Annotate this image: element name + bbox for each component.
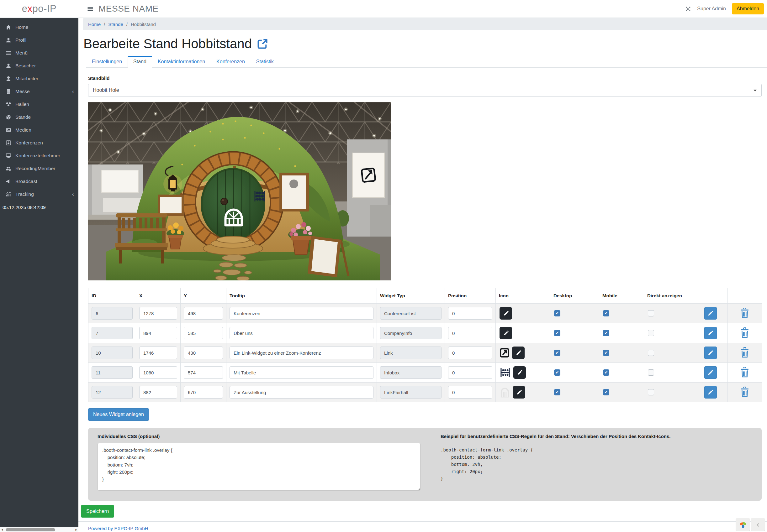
delete-widget-button[interactable] (740, 327, 749, 338)
breadcrumb: Home Stände Hobbitstand (83, 18, 767, 30)
scrollbar-thumb[interactable] (6, 528, 55, 531)
table-row (88, 383, 762, 402)
delete-widget-button[interactable] (740, 367, 749, 378)
standbild-select[interactable]: Hoobit Hole (88, 84, 762, 97)
column-header: Tooltip (227, 288, 377, 304)
sidebar-item[interactable]: RecordingMember ‹ (0, 162, 78, 175)
x-input[interactable] (139, 386, 177, 399)
y-input[interactable] (184, 307, 223, 320)
breadcrumb-item[interactable]: Hobbitstand (123, 22, 156, 27)
menu-toggle-icon[interactable] (87, 5, 94, 12)
direkt-anzeigen-checkbox[interactable] (648, 350, 654, 356)
horizontal-scrollbar[interactable]: ◂ ▸ (0, 527, 78, 532)
edit-widget-button[interactable] (704, 366, 717, 379)
tooltip-input[interactable] (230, 366, 373, 379)
position-input[interactable] (448, 347, 492, 359)
new-widget-button[interactable]: Neues Widget anlegen (88, 408, 149, 421)
position-input[interactable] (448, 366, 492, 379)
direkt-anzeigen-checkbox[interactable] (648, 310, 654, 316)
chat-collapse-button[interactable] (751, 519, 765, 531)
mobile-checkbox[interactable] (603, 369, 609, 376)
position-input[interactable] (448, 327, 492, 339)
chat-launcher-button[interactable] (736, 519, 750, 531)
delete-widget-button[interactable] (740, 308, 749, 318)
tooltip-input[interactable] (230, 347, 373, 359)
tooltip-input[interactable] (230, 327, 373, 339)
id-input (91, 366, 133, 379)
edit-widget-button[interactable] (704, 347, 717, 359)
direkt-anzeigen-checkbox[interactable] (648, 369, 654, 376)
desktop-checkbox[interactable] (554, 350, 560, 356)
powered-by-link[interactable]: Powered by EXPO-IP GmbH (88, 526, 148, 531)
x-input[interactable] (139, 327, 177, 339)
delete-widget-button[interactable] (740, 347, 749, 358)
fullscreen-icon[interactable] (685, 6, 691, 12)
pencil-icon[interactable] (513, 386, 525, 399)
sidebar-item[interactable]: Messe ‹ (0, 85, 78, 98)
sidebar-item[interactable]: Stände ‹ (0, 111, 78, 123)
desktop-checkbox[interactable] (554, 310, 560, 316)
edit-widget-button[interactable] (704, 386, 717, 399)
sidebar-item-label: RecordingMember (15, 166, 55, 171)
logout-button[interactable]: Abmelden (732, 3, 764, 14)
desktop-checkbox[interactable] (554, 389, 560, 395)
pencil-icon[interactable] (513, 366, 526, 379)
open-stand-external-link-icon[interactable] (257, 38, 268, 50)
sidebar-item[interactable]: Profil ‹ (0, 34, 78, 46)
pencil-icon[interactable] (499, 307, 512, 320)
sidebar-item-label: Broadcast (15, 179, 37, 184)
x-input[interactable] (139, 366, 177, 379)
users-gear-icon (4, 166, 13, 171)
widget-typ-input (380, 347, 441, 359)
desktop-checkbox[interactable] (554, 330, 560, 336)
pencil-icon[interactable] (512, 347, 524, 359)
sidebar-item[interactable]: Menü ‹ (0, 46, 78, 59)
sidebar-item[interactable]: Medien ‹ (0, 123, 78, 136)
tooltip-input[interactable] (230, 386, 373, 399)
sidebar-item[interactable]: Besucher ‹ (0, 59, 78, 72)
pencil-icon[interactable] (499, 327, 512, 339)
sidebar-item[interactable]: Home ‹ (0, 21, 78, 34)
desktop-checkbox[interactable] (554, 369, 560, 376)
mobile-checkbox[interactable] (603, 310, 609, 316)
tab[interactable]: Stand (128, 56, 152, 68)
tab[interactable]: Konferenzen (211, 56, 251, 68)
tab[interactable]: Kontaktinformationen (152, 56, 211, 68)
sidebar-item[interactable]: Hallen ‹ (0, 98, 78, 111)
save-button[interactable]: Speichern (81, 505, 114, 518)
custom-css-textarea[interactable]: .booth-contact-form-link .overlay { posi… (97, 443, 420, 491)
mobile-checkbox[interactable] (603, 350, 609, 356)
column-header: Y (180, 288, 227, 304)
scroll-right-arrow[interactable]: ▸ (75, 528, 77, 532)
sidebar-item[interactable]: Tracking ‹ (0, 188, 78, 201)
tooltip-input[interactable] (230, 307, 373, 320)
x-input[interactable] (139, 307, 177, 320)
id-input (91, 386, 133, 399)
mobile-checkbox[interactable] (603, 389, 609, 395)
direkt-anzeigen-checkbox[interactable] (648, 389, 654, 395)
breadcrumb-item[interactable]: Home (88, 22, 101, 27)
tab[interactable]: Statistik (251, 56, 279, 68)
edit-widget-button[interactable] (704, 327, 717, 339)
delete-widget-button[interactable] (740, 387, 749, 397)
chevron-left-icon (756, 523, 760, 527)
sidebar-item[interactable]: Konferenzen ‹ (0, 136, 78, 149)
y-input[interactable] (184, 327, 223, 339)
sidebar-item[interactable]: Konferenzteilnehmer ‹ (0, 149, 78, 162)
x-input[interactable] (139, 347, 177, 359)
mobile-checkbox[interactable] (603, 330, 609, 336)
position-input[interactable] (448, 386, 492, 399)
position-input[interactable] (448, 307, 492, 320)
tab[interactable]: Einstellungen (86, 56, 128, 68)
page-title: Bearbeite Stand Hobbitstand (83, 36, 252, 51)
edit-widget-button[interactable] (704, 307, 717, 320)
scroll-left-arrow[interactable]: ◂ (1, 528, 3, 532)
sidebar-item[interactable]: Broadcast ‹ (0, 175, 78, 188)
y-input[interactable] (184, 386, 223, 399)
y-input[interactable] (184, 347, 223, 359)
sidebar-item-label: Medien (15, 127, 31, 133)
direkt-anzeigen-checkbox[interactable] (648, 330, 654, 336)
y-input[interactable] (184, 366, 223, 379)
sidebar-item[interactable]: Mitarbeiter ‹ (0, 72, 78, 85)
breadcrumb-item[interactable]: Stände (101, 22, 123, 27)
